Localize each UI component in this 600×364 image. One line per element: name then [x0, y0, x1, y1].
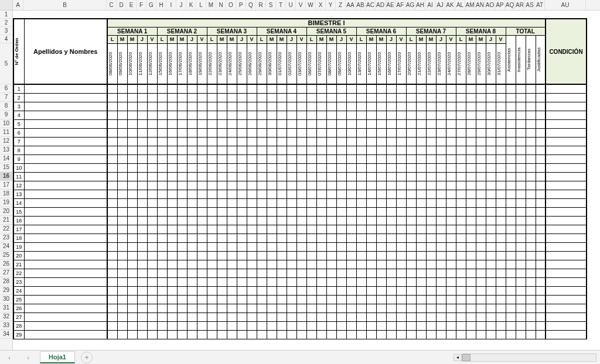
cell-attendance[interactable] — [247, 260, 257, 269]
cell-attendance[interactable] — [187, 163, 197, 172]
cell-attendance[interactable] — [217, 260, 227, 269]
cell-total[interactable] — [536, 190, 546, 198]
row-header[interactable]: 28 — [0, 277, 12, 286]
cell-attendance[interactable] — [277, 207, 287, 216]
cell-attendance[interactable] — [117, 242, 127, 251]
cell-attendance[interactable] — [257, 181, 267, 190]
cell-attendance[interactable] — [267, 181, 277, 190]
cell-attendance[interactable] — [376, 102, 386, 111]
cell-attendance[interactable] — [287, 93, 296, 102]
cell-name[interactable] — [24, 207, 107, 216]
cell-name[interactable] — [24, 233, 107, 242]
cell-attendance[interactable] — [446, 260, 456, 269]
cell-attendance[interactable] — [406, 242, 416, 251]
cell-attendance[interactable] — [137, 269, 147, 277]
cell-attendance[interactable] — [187, 190, 197, 198]
cell-attendance[interactable] — [306, 269, 316, 277]
cell-attendance[interactable] — [177, 137, 187, 146]
cell-attendance[interactable] — [267, 304, 277, 313]
cell-attendance[interactable] — [416, 119, 426, 128]
cell-attendance[interactable] — [436, 295, 446, 304]
cell-attendance[interactable] — [396, 137, 406, 146]
cell-attendance[interactable] — [316, 286, 326, 295]
cell-attendance[interactable] — [476, 146, 486, 154]
cell-attendance[interactable] — [127, 137, 137, 146]
cell-total[interactable] — [506, 277, 516, 286]
cell-attendance[interactable] — [187, 225, 197, 233]
cell-attendance[interactable] — [476, 260, 486, 269]
cell-order-number[interactable]: 8 — [13, 146, 24, 154]
cell-attendance[interactable] — [147, 242, 157, 251]
cell-total[interactable] — [516, 277, 526, 286]
cell-total[interactable] — [516, 172, 526, 181]
cell-attendance[interactable] — [406, 304, 416, 313]
cell-attendance[interactable] — [386, 102, 396, 111]
cell-attendance[interactable] — [316, 260, 326, 269]
cell-total[interactable] — [526, 233, 536, 242]
cell-name[interactable] — [24, 198, 107, 207]
cell-total[interactable] — [516, 251, 526, 260]
cell-attendance[interactable] — [117, 198, 127, 207]
cell-attendance[interactable] — [336, 277, 346, 286]
cell-attendance[interactable] — [257, 198, 267, 207]
cell-total[interactable] — [536, 313, 546, 321]
cell-attendance[interactable] — [326, 286, 336, 295]
cell-attendance[interactable] — [416, 198, 426, 207]
cell-attendance[interactable] — [476, 163, 486, 172]
cell-attendance[interactable] — [426, 321, 436, 330]
cell-attendance[interactable] — [157, 146, 167, 154]
cell-attendance[interactable] — [296, 286, 306, 295]
cell-attendance[interactable] — [446, 330, 456, 339]
cell-attendance[interactable] — [346, 172, 356, 181]
cell-attendance[interactable] — [446, 216, 456, 225]
cell-attendance[interactable] — [227, 181, 237, 190]
cell-total[interactable] — [526, 260, 536, 269]
cell-attendance[interactable] — [217, 233, 227, 242]
column-header-AP[interactable]: AP — [495, 0, 505, 10]
cell-attendance[interactable] — [177, 277, 187, 286]
cell-attendance[interactable] — [346, 119, 356, 128]
cell-attendance[interactable] — [277, 295, 287, 304]
cell-attendance[interactable] — [496, 154, 506, 163]
select-all-corner[interactable] — [0, 0, 13, 10]
cell-attendance[interactable] — [137, 321, 147, 330]
cell-attendance[interactable] — [346, 233, 356, 242]
cell-name[interactable] — [24, 216, 107, 225]
cell-attendance[interactable] — [356, 128, 366, 137]
cell-name[interactable] — [24, 146, 107, 154]
cell-attendance[interactable] — [356, 233, 366, 242]
cell-attendance[interactable] — [117, 93, 127, 102]
cell-attendance[interactable] — [107, 304, 117, 313]
cell-attendance[interactable] — [127, 128, 137, 137]
cell-attendance[interactable] — [117, 190, 127, 198]
cell-total[interactable] — [526, 84, 536, 93]
cell-attendance[interactable] — [127, 313, 137, 321]
cell-attendance[interactable] — [426, 137, 436, 146]
cell-attendance[interactable] — [486, 242, 496, 251]
cell-attendance[interactable] — [466, 111, 476, 119]
cell-attendance[interactable] — [396, 295, 406, 304]
cell-attendance[interactable] — [316, 330, 326, 339]
cell-attendance[interactable] — [386, 277, 396, 286]
column-header-AC[interactable]: AC — [366, 0, 376, 10]
cell-attendance[interactable] — [177, 286, 187, 295]
cell-attendance[interactable] — [247, 330, 257, 339]
cell-attendance[interactable] — [217, 119, 227, 128]
cell-attendance[interactable] — [147, 251, 157, 260]
cell-attendance[interactable] — [296, 128, 306, 137]
column-header-R[interactable]: R — [256, 0, 266, 10]
cell-attendance[interactable] — [476, 277, 486, 286]
cell-total[interactable] — [536, 286, 546, 295]
cell-attendance[interactable] — [316, 295, 326, 304]
cell-attendance[interactable] — [436, 304, 446, 313]
cell-attendance[interactable] — [336, 304, 346, 313]
cell-attendance[interactable] — [486, 137, 496, 146]
cell-attendance[interactable] — [257, 93, 267, 102]
cell-attendance[interactable] — [107, 313, 117, 321]
cell-attendance[interactable] — [247, 269, 257, 277]
column-header-AT[interactable]: AT — [535, 0, 545, 10]
cell-attendance[interactable] — [366, 304, 376, 313]
cell-attendance[interactable] — [247, 321, 257, 330]
cell-attendance[interactable] — [416, 216, 426, 225]
cell-attendance[interactable] — [346, 163, 356, 172]
